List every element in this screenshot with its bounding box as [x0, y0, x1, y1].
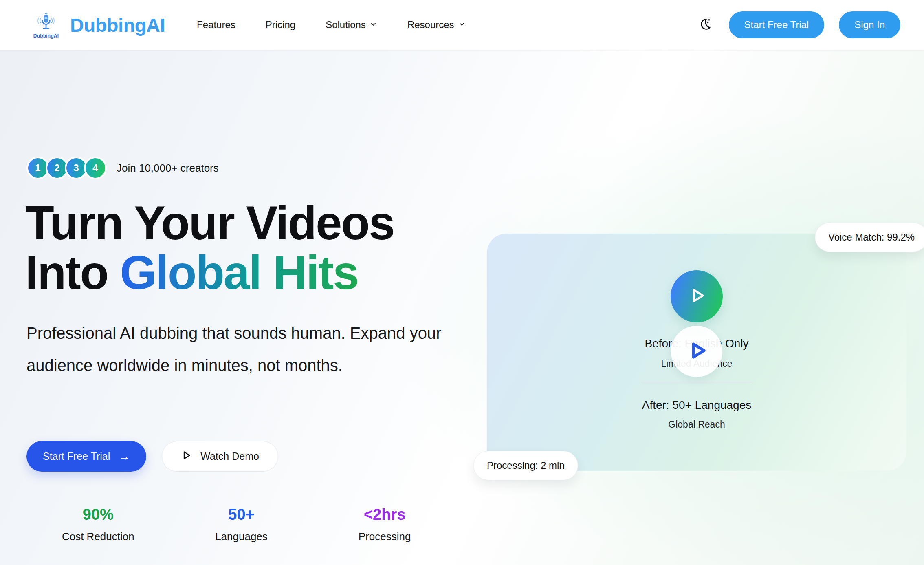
hero-description: Professional AI dubbing that sounds huma… [26, 317, 466, 382]
social-proof-text: Join 10,000+ creators [117, 162, 219, 174]
arrow-right-icon: → [118, 450, 130, 462]
nav-label: Resources [407, 19, 454, 31]
header-actions: Start Free Trial Sign In [696, 11, 900, 38]
stat-processing: <2hrs Processing [313, 505, 456, 543]
hero-cta-row: Start Free Trial → Watch Demo [26, 441, 278, 472]
nav-label: Features [197, 19, 235, 31]
nav-label: Pricing [266, 19, 295, 31]
stat-value: 50+ [170, 505, 313, 524]
avatar: 4 [84, 157, 107, 179]
stat-cost-reduction: 90% Cost Reduction [26, 505, 170, 543]
chevron-down-icon [370, 19, 377, 31]
headline-gradient-text: Global Hits [120, 246, 358, 299]
overlay-play-button[interactable] [671, 326, 722, 377]
hero-start-free-trial-button[interactable]: Start Free Trial → [26, 441, 146, 472]
video-demo-card: Before: English Only Limited Audience Af… [487, 234, 906, 471]
moon-stars-icon [697, 16, 713, 34]
voice-match-badge: Voice Match: 99.2% [815, 223, 924, 252]
stat-label: Cost Reduction [26, 530, 170, 543]
stat-value: <2hrs [313, 505, 456, 524]
processing-time-badge: Processing: 2 min [473, 451, 578, 480]
headline-line2-prefix: Into [25, 246, 120, 299]
play-icon [686, 285, 708, 308]
nav-item-pricing[interactable]: Pricing [266, 19, 295, 31]
main-nav: Features Pricing Solutions Resources [197, 19, 466, 31]
header-start-free-trial-button[interactable]: Start Free Trial [729, 11, 825, 38]
nav-item-resources[interactable]: Resources [407, 19, 466, 31]
video-play-button[interactable] [671, 270, 723, 322]
demo-card-content: Before: English Only Limited Audience Af… [487, 234, 906, 471]
cta-primary-label: Start Free Trial [43, 450, 110, 462]
nav-label: Solutions [326, 19, 366, 31]
nav-item-solutions[interactable]: Solutions [326, 19, 377, 31]
dark-mode-toggle[interactable] [696, 16, 714, 34]
headline-line1: Turn Your Videos [25, 196, 394, 249]
stat-languages: 50+ Languages [170, 505, 313, 543]
microphone-icon: DubbingAI [30, 11, 62, 39]
watch-demo-button[interactable]: Watch Demo [162, 441, 278, 472]
play-icon [685, 339, 708, 364]
logo-caption: DubbingAI [33, 33, 59, 39]
social-proof-row: 1 2 3 4 Join 10,000+ creators [26, 157, 219, 179]
header-sign-in-button[interactable]: Sign In [839, 11, 900, 38]
before-block: Before: English Only Limited Audience [645, 337, 748, 369]
page-title: Turn Your Videos Into Global Hits [25, 198, 394, 298]
chevron-down-icon [458, 19, 466, 31]
brand-logo[interactable]: DubbingAI DubbingAI [30, 11, 165, 39]
stat-value: 90% [26, 505, 170, 524]
stat-label: Languages [170, 530, 313, 543]
after-title: After: 50+ Languages [642, 399, 752, 412]
stat-label: Processing [313, 530, 456, 543]
play-icon [181, 450, 191, 463]
divider [642, 382, 752, 382]
after-subtitle: Global Reach [668, 419, 725, 430]
nav-item-features[interactable]: Features [197, 19, 235, 31]
top-navigation-bar: DubbingAI DubbingAI Features Pricing Sol… [0, 0, 924, 50]
hero-stats: 90% Cost Reduction 50+ Languages <2hrs P… [26, 505, 456, 543]
cta-secondary-label: Watch Demo [200, 450, 259, 462]
brand-wordmark: DubbingAI [70, 14, 165, 36]
